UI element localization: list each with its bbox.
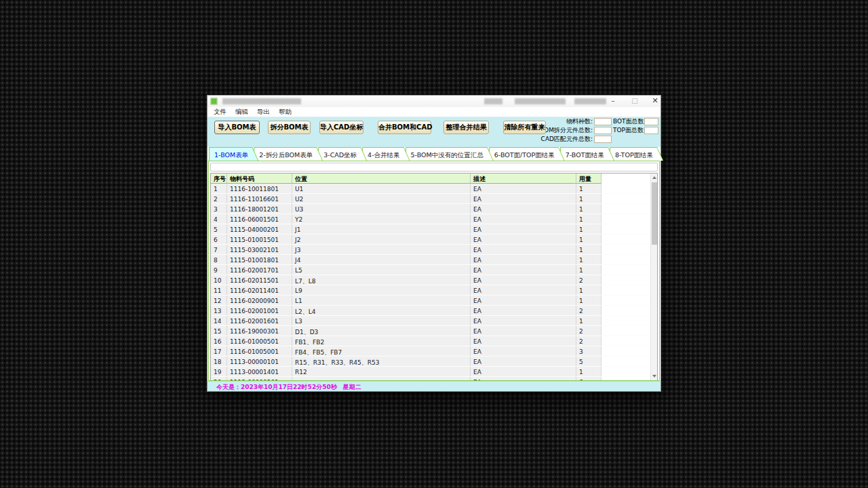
header-position[interactable]: 位置 [292, 174, 471, 184]
table-row[interactable]: 15 1116-19000301 D1、D3 EA 2 [211, 326, 657, 336]
stat-input-bot-total[interactable] [644, 118, 658, 125]
cell-material-number: 1116-06001501 [227, 214, 292, 224]
minimize-button[interactable]: – [606, 96, 620, 107]
toolbar-button[interactable]: 清除所有重来 [503, 121, 546, 134]
titlebar[interactable]: – □ ✕ [208, 96, 660, 107]
header-material-number[interactable]: 物料号码 [227, 174, 292, 184]
table-row[interactable]: 4 1116-06001501 Y2 EA 1 [211, 214, 657, 224]
cell-filler [601, 336, 650, 346]
cell-index: 16 [211, 336, 227, 346]
toolbar-button[interactable]: 整理合并结果 [443, 121, 489, 134]
cell-material-number: 1116-02001601 [227, 316, 292, 325]
table-row[interactable]: 13 1116-02001001 L2、L4 EA 2 [211, 306, 657, 316]
menu-item[interactable]: 文件 [211, 107, 229, 117]
stat-input-cad-match-total[interactable] [594, 136, 612, 143]
table-row[interactable]: 14 1116-02001601 L3 EA 1 [211, 316, 657, 326]
cell-index: 5 [211, 224, 227, 234]
stat-input-top-total[interactable] [644, 127, 658, 134]
cell-index: 12 [211, 296, 227, 305]
table-scrollbar[interactable] [650, 174, 657, 380]
cell-material-number: 1116-02000901 [227, 296, 292, 305]
close-button[interactable]: ✕ [648, 96, 662, 107]
stats-panel: 物料种数: BOT面总数: BOM拆分元件总数: TOP面总数: CAD匹配元件… [534, 118, 658, 143]
tab[interactable]: 3-CAD坐标 [318, 147, 367, 161]
table-row[interactable]: 19 1113-00001401 R12 EA 1 [211, 367, 657, 377]
cell-filler [601, 285, 650, 295]
scroll-down-icon[interactable] [652, 375, 656, 378]
header-filler [601, 174, 650, 184]
table-row[interactable]: 8 1115-01001801 J4 EA 1 [211, 255, 657, 265]
table-row[interactable]: 16 1116-01000501 FB1、FB2 EA 2 [211, 336, 657, 346]
table-row[interactable]: 9 1116-02001701 L5 EA 1 [211, 265, 657, 275]
stat-input-bom-split-total[interactable] [594, 127, 612, 134]
header-quantity[interactable]: 用量 [576, 174, 601, 184]
table-row[interactable]: 18 1113-00000101 R15、R31、R33、R45、R53 EA … [211, 357, 657, 367]
tab[interactable]: 8-TOP面结果 [610, 147, 663, 161]
cell-filler [601, 235, 650, 244]
cell-index: 6 [211, 235, 227, 244]
toolbar-button[interactable]: 合并BOM和CAD [378, 121, 431, 134]
menu-item[interactable]: 帮助 [276, 107, 294, 117]
cell-quantity: 1 [576, 265, 601, 274]
tab[interactable]: 1-BOM表单 [209, 147, 258, 161]
table-row[interactable]: 2 1116-11016601 U2 EA 1 [211, 194, 657, 204]
tab-label: 1-BOM表单 [214, 151, 248, 159]
tab[interactable]: 5-BOM中没有的位置汇总 [406, 147, 494, 161]
cell-quantity: 2 [576, 336, 601, 346]
cell-filler [601, 296, 650, 305]
menu-item[interactable]: 编辑 [233, 107, 251, 117]
menu-item[interactable]: 导出 [254, 107, 273, 117]
cell-index: 17 [211, 346, 227, 356]
cell-position: L2、L4 [292, 306, 471, 315]
toolbar-button[interactable]: 导入CAD坐标 [319, 121, 363, 134]
desktop-background: – □ ✕ 文件编辑导出帮助 导入BOM表拆分BOM表导入CAD坐标合并BOM和… [0, 0, 868, 488]
table-row[interactable]: 12 1116-02000901 L1 EA 1 [211, 296, 657, 306]
scroll-up-icon[interactable] [652, 176, 656, 179]
tab[interactable]: 2-拆分后BOM表单 [254, 147, 323, 161]
table-row[interactable]: 10 1116-02011501 L7、L8 EA 2 [211, 275, 657, 285]
cell-quantity: 2 [576, 326, 601, 336]
cell-description: EA [471, 306, 576, 315]
cell-position: L3 [292, 316, 471, 325]
cell-filler [601, 326, 650, 336]
tab[interactable]: 4-合并结果 [362, 147, 410, 161]
cell-filler [601, 224, 650, 234]
header-description[interactable]: 描述 [471, 174, 576, 184]
cell-quantity: 1 [576, 184, 601, 193]
cell-description: EA [471, 346, 576, 356]
table-row[interactable]: 6 1115-01001501 J2 EA 1 [211, 235, 657, 245]
table-row[interactable]: 11 1116-02011401 L9 EA 1 [211, 285, 657, 296]
table-row[interactable]: 1 1116-10011801 U1 EA 1 [211, 184, 657, 194]
cell-description: EA [471, 224, 576, 234]
header-index[interactable]: 序号 [211, 174, 227, 184]
scrollbar-thumb[interactable] [652, 182, 657, 245]
cell-index: 4 [211, 214, 227, 224]
cell-material-number: 1116-18001201 [227, 204, 292, 214]
filter-input[interactable] [210, 163, 658, 171]
cell-quantity: 1 [576, 255, 601, 264]
cell-quantity: 1 [576, 245, 601, 254]
table-row[interactable]: 17 1116-01005001 FB4、FB5、FB7 EA 3 [211, 346, 657, 357]
cell-material-number: 1116-02011501 [227, 275, 292, 285]
toolbar-button[interactable]: 导入BOM表 [214, 121, 260, 134]
cell-filler [601, 255, 650, 264]
cell-description: EA [471, 265, 576, 274]
cell-position: J4 [292, 255, 471, 264]
table-row[interactable]: 5 1115-04000201 J1 EA 1 [211, 224, 657, 235]
table-row[interactable]: 7 1115-03002101 J3 EA 1 [211, 245, 657, 255]
tab[interactable]: 6-BOT面/TOP面结果 [489, 147, 565, 161]
toolbar-button[interactable]: 拆分BOM表 [268, 121, 311, 134]
cell-filler [601, 204, 650, 214]
maximize-button[interactable]: □ [628, 96, 642, 107]
table-row[interactable]: 20 1113-00000201 R2、R3、R10、R13、R54、R56 E… [211, 377, 657, 380]
stat-input-material-types[interactable] [594, 118, 612, 125]
tab-strip: 1-BOM表单 2-拆分后BOM表单 3-CAD坐标 4-合并结果 5-BOM中… [208, 147, 660, 161]
cell-quantity: 1 [576, 285, 601, 295]
cell-filler [601, 184, 650, 193]
table-row[interactable]: 3 1116-18001201 U3 EA 1 [211, 204, 657, 214]
cell-filler [601, 357, 650, 366]
cell-position: R12 [292, 367, 471, 376]
menu-bar: 文件编辑导出帮助 [208, 107, 660, 117]
tab[interactable]: 7-BOT面结果 [560, 147, 614, 161]
cell-description: EA [471, 194, 576, 203]
